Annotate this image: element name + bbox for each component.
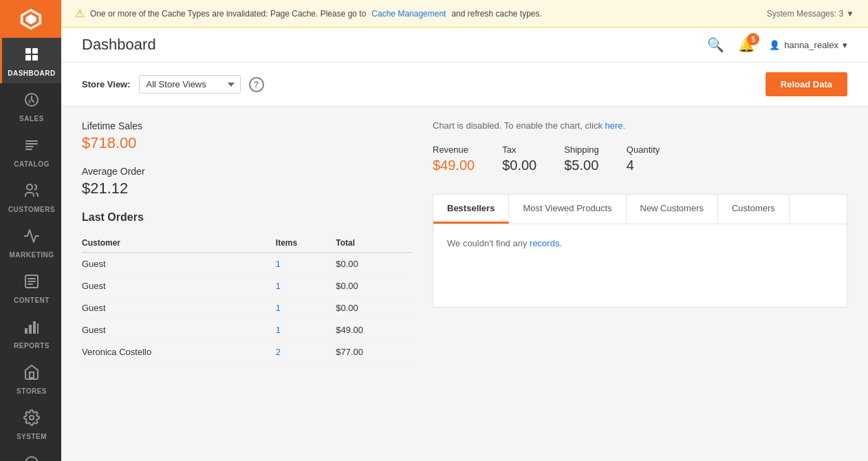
sidebar-item-system[interactable]: SYSTEM (0, 401, 61, 447)
sidebar-item-customers-label: CUSTOMERS (8, 206, 55, 214)
warning-icon: ⚠ (75, 7, 85, 20)
sidebar-item-stores-label: STORES (17, 387, 47, 396)
sidebar-item-sales[interactable]: $ SALES (0, 83, 61, 129)
no-records-text: We couldn't find any records. (447, 238, 562, 248)
cell-items: 2 (276, 341, 336, 363)
table-row: Guest 1 $0.00 (82, 275, 412, 297)
svg-rect-9 (29, 325, 32, 334)
logo[interactable] (0, 0, 61, 38)
page-header: Dashboard 🔍 🔔 5 👤 hanna_realex ▾ (61, 28, 868, 63)
notification-text: One or more of the Cache Types are inval… (90, 9, 366, 19)
tab-new-customers[interactable]: New Customers (627, 195, 718, 224)
notification-text-after: and refresh cache types. (451, 9, 541, 19)
tabs-header: Bestsellers Most Viewed Products New Cus… (433, 195, 847, 224)
notification-bar: ⚠ One or more of the Cache Types are inv… (61, 0, 868, 28)
chart-disabled-msg: Chart is disabled. To enable the chart, … (433, 120, 847, 131)
user-name: hanna_realex (784, 40, 838, 50)
user-menu[interactable]: 👤 hanna_realex ▾ (769, 40, 847, 50)
store-view-label: Store View: (82, 79, 131, 89)
store-view-select[interactable]: All Store Views Default Store View (139, 75, 241, 94)
notification-message: ⚠ One or more of the Cache Types are inv… (75, 7, 542, 20)
user-avatar-icon: 👤 (769, 40, 780, 50)
dashboard-icon (23, 46, 40, 67)
chart-enable-link[interactable]: here (605, 120, 623, 131)
stores-icon (23, 364, 40, 385)
marketing-icon (23, 228, 40, 248)
revenue-row: Revenue $49.00 Tax $0.00 Shipping $5.00 … (433, 144, 847, 173)
cell-total: $0.00 (336, 253, 412, 275)
chevron-down-icon: ▾ (843, 40, 847, 50)
sidebar-item-dashboard-label: DASHBOARD (8, 69, 56, 78)
col-customer: Customer (82, 234, 276, 253)
svg-rect-11 (37, 323, 39, 334)
system-messages[interactable]: System Messages: 3 ▼ (767, 9, 854, 19)
extension-icon (23, 455, 40, 461)
sidebar-item-catalog[interactable]: CATALOG (0, 129, 61, 174)
help-icon[interactable]: ? (249, 77, 264, 92)
cell-customer: Guest (82, 275, 276, 297)
records-link[interactable]: records (530, 238, 559, 248)
system-icon (23, 409, 40, 430)
header-actions: 🔍 🔔 5 👤 hanna_realex ▾ (707, 36, 847, 53)
content-icon (23, 273, 40, 294)
cell-customer: Guest (82, 253, 276, 275)
notifications-button[interactable]: 🔔 5 (738, 36, 755, 53)
svg-rect-12 (30, 372, 34, 378)
chevron-down-icon: ▼ (846, 9, 854, 19)
catalog-icon (23, 137, 40, 158)
sales-icon: $ (23, 92, 40, 112)
search-icon: 🔍 (707, 37, 724, 52)
cell-total: $0.00 (336, 275, 412, 297)
svg-rect-8 (25, 328, 28, 334)
sidebar-item-reports-label: REPORTS (14, 342, 50, 350)
reload-data-button[interactable]: Reload Data (766, 72, 847, 96)
cache-management-link[interactable]: Cache Management (371, 9, 446, 19)
right-panel: Chart is disabled. To enable the chart, … (412, 120, 847, 363)
table-row: Veronica Costello 2 $77.00 (82, 341, 412, 363)
chart-disabled-text: Chart is disabled. To enable the chart, … (433, 120, 603, 131)
sidebar-item-marketing-label: MARKETING (9, 251, 54, 259)
sidebar-item-dashboard[interactable]: DASHBOARD (0, 38, 61, 83)
sidebar-item-content-label: CONTENT (14, 297, 50, 305)
reports-icon (23, 319, 40, 339)
shipping-value: $5.00 (564, 158, 599, 173)
sidebar-item-customers[interactable]: CUSTOMERS (0, 174, 61, 219)
revenue-value: $49.00 (433, 158, 475, 173)
sidebar-item-catalog-label: CATALOG (14, 160, 49, 169)
page-title: Dashboard (82, 36, 156, 54)
notification-badge: 5 (747, 33, 759, 45)
dashboard-grid: Lifetime Sales $718.00 Average Order $21… (61, 107, 868, 377)
lifetime-sales-label: Lifetime Sales (82, 120, 412, 131)
sidebar-item-stores[interactable]: STORES (0, 356, 61, 401)
search-button[interactable]: 🔍 (707, 36, 724, 53)
tab-bestsellers[interactable]: Bestsellers (433, 195, 509, 224)
revenue-item-shipping: Shipping $5.00 (564, 144, 599, 173)
shipping-label: Shipping (564, 144, 599, 155)
sidebar-item-reports[interactable]: REPORTS (0, 310, 61, 356)
tab-most-viewed[interactable]: Most Viewed Products (509, 195, 626, 224)
svg-text:$: $ (28, 99, 31, 104)
sidebar-item-system-label: SYSTEM (17, 433, 47, 441)
content-area: Store View: All Store Views Default Stor… (61, 63, 868, 461)
lifetime-sales-value: $718.00 (82, 134, 412, 152)
cell-total: $0.00 (336, 297, 412, 319)
store-view-left: Store View: All Store Views Default Stor… (82, 75, 264, 94)
customers-icon (23, 182, 40, 203)
avg-order-label: Average Order (82, 166, 412, 177)
table-row: Guest 1 $0.00 (82, 297, 412, 319)
sidebar-item-content[interactable]: CONTENT (0, 265, 61, 310)
cell-items: 1 (276, 297, 336, 319)
left-panel: Lifetime Sales $718.00 Average Order $21… (82, 120, 412, 363)
table-row: Guest 1 $0.00 (82, 253, 412, 275)
orders-table: Customer Items Total Guest 1 $0.00 Guest… (82, 234, 412, 363)
sidebar: DASHBOARD $ SALES CATALOG CUSTOMERS MARK… (0, 0, 61, 461)
cell-total: $77.00 (336, 341, 412, 363)
tab-customers[interactable]: Customers (718, 195, 790, 224)
sidebar-item-marketing[interactable]: MARKETING (0, 219, 61, 265)
sidebar-item-extension[interactable] (0, 447, 61, 461)
tax-value: $0.00 (502, 158, 536, 173)
sidebar-item-sales-label: SALES (19, 115, 44, 123)
quantity-value: 4 (627, 158, 660, 173)
cell-total: $49.00 (336, 319, 412, 341)
avg-order-value: $21.12 (82, 180, 412, 197)
